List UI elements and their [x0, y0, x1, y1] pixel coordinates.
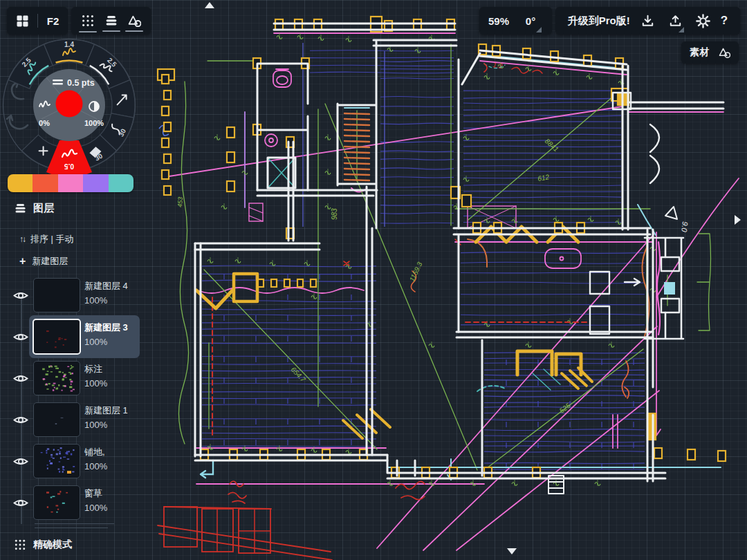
new-layer-label: 新建图层 [32, 255, 68, 268]
layer-name: 新建图层 1 [84, 404, 128, 417]
stroke-width-value[interactable]: 0.5 pts [67, 78, 95, 88]
active-color-swatch[interactable] [56, 91, 83, 118]
upgrade-pro-button[interactable]: 升级到Pro版! [568, 15, 630, 28]
color-palette-bar [8, 174, 133, 192]
panel-expand-arrow-icon[interactable] [735, 215, 741, 225]
materials-panel-button[interactable]: 素材 [681, 41, 739, 64]
zoom-level-button[interactable]: 59% [488, 15, 509, 27]
layer-row[interactable]: 铺地,100% [11, 444, 136, 478]
layer-opacity: 100% [84, 503, 107, 513]
shapes-library-button[interactable] [127, 15, 141, 27]
layer-name: 铺地, [84, 446, 105, 458]
layer-thumbnail[interactable] [33, 444, 80, 478]
layers-panel-title: 图层 [33, 202, 54, 215]
layer-name: 新建图层 3 [84, 321, 128, 334]
layer-thumbnail[interactable] [33, 278, 80, 312]
workspace-toolbar: F2 [7, 7, 68, 35]
layer-thumbnail[interactable] [33, 402, 80, 437]
color-swatch[interactable] [109, 174, 133, 192]
partial-layer-edge [35, 528, 108, 528]
import-button[interactable] [640, 13, 656, 29]
layer-row[interactable]: 窗草100% [11, 485, 136, 520]
layer-opacity: 100% [84, 420, 107, 430]
color-swatch[interactable] [8, 174, 33, 192]
rotation-button[interactable]: 0° [518, 8, 543, 34]
precise-mode-button[interactable]: 精确模式 [14, 537, 72, 552]
layers-panel-header: 图层 [14, 200, 54, 216]
shapes-icon [127, 15, 141, 27]
corner-handle-icon [679, 27, 684, 32]
view-status-toolbar: 59% 0° [479, 7, 552, 35]
layer-thumbnail[interactable] [33, 361, 80, 395]
layer-visibility-eye-icon[interactable] [12, 373, 29, 384]
rotation-value: 0° [526, 15, 535, 27]
layer-visibility-eye-icon[interactable] [12, 290, 29, 301]
layer-opacity: 100% [84, 337, 107, 347]
corner-handle-icon [536, 27, 542, 32]
canvas-annotation: 983 [331, 208, 338, 220]
wall-lines [195, 24, 723, 494]
main-tools-toolbar [71, 7, 151, 35]
precise-mode-label: 精确模式 [33, 539, 72, 551]
grid-2x2-icon [16, 15, 29, 28]
workspace-grid-button[interactable] [16, 15, 29, 28]
partial-layer-edge [35, 523, 114, 524]
layer-row[interactable]: 新建图层 3100% [11, 319, 136, 354]
file-tab[interactable]: F2 [47, 15, 59, 27]
canvas-annotation: 612 [537, 173, 550, 183]
materials-label: 素材 [690, 46, 709, 59]
settings-button[interactable] [695, 13, 711, 29]
canvas-annotation: 654.7 [290, 366, 308, 384]
layer-row[interactable]: 新建图层 4100% [11, 278, 136, 312]
layer-sort-button[interactable]: ↑↓ 排序 | 手动 [19, 233, 74, 245]
layer-visibility-eye-icon[interactable] [12, 497, 29, 509]
pressure-value[interactable]: 0% [39, 119, 50, 127]
layer-row[interactable]: 标注100% [11, 361, 136, 395]
toolbar-divider [37, 14, 38, 28]
layer-thumbnail[interactable] [33, 485, 80, 520]
canvas-annotation: 453 [176, 197, 184, 208]
plus-icon: + [19, 255, 26, 268]
layer-name: 新建图层 4 [84, 280, 128, 292]
settings-gear-icon [695, 13, 711, 29]
canvas-annotation: 1159.3 [408, 261, 424, 283]
layer-opacity: 100% [84, 461, 107, 472]
color-swatch[interactable] [58, 174, 83, 192]
color-swatch[interactable] [33, 174, 57, 192]
brush-tool-wheel[interactable]: 2.51.42.53030 0.5 0.5 pts 0% 100% [0, 38, 147, 185]
orange-elements [344, 113, 649, 398]
export-button[interactable] [665, 8, 685, 34]
layer-opacity: 100% [84, 378, 107, 389]
opacity-value[interactable]: 100% [84, 119, 104, 127]
app-window: { "toolbar_left": { "workspace_icon": "g… [0, 0, 747, 560]
layer-visibility-eye-icon[interactable] [12, 414, 29, 426]
import-icon [640, 13, 656, 29]
new-layer-button[interactable]: + 新建图层 [19, 255, 68, 268]
dots-grid-icon [14, 539, 26, 551]
color-swatch[interactable] [83, 174, 108, 192]
redo-icon[interactable] [7, 115, 28, 129]
layer-name: 窗草 [84, 487, 102, 500]
layer-visibility-eye-icon[interactable] [12, 456, 29, 467]
scroll-down-arrow-icon[interactable] [507, 548, 517, 554]
layer-opacity: 100% [84, 295, 107, 306]
layer-row[interactable]: 新建图层 1100% [11, 402, 136, 437]
shapes-icon [718, 47, 730, 58]
dots-grid-icon [81, 14, 95, 28]
blue-detail-lines [159, 43, 385, 227]
actions-toolbar: 升级到Pro版! ? [555, 7, 740, 35]
layers-stack-icon [14, 203, 27, 214]
precision-grid-button[interactable] [81, 14, 95, 28]
active-brush-size: 0.5 [64, 162, 74, 170]
layer-visibility-eye-icon[interactable] [12, 331, 29, 343]
layer-name: 标注 [84, 363, 102, 375]
help-button[interactable]: ? [721, 14, 728, 28]
canvas-annotation: 9.0 [680, 221, 690, 234]
canvas-annotation: 8841 [544, 137, 560, 153]
canvas-annotation: 1:2 [492, 61, 504, 70]
layer-thumbnail[interactable] [33, 319, 81, 355]
layers-button[interactable] [104, 15, 118, 27]
wheel-segment-size: 1.4 [64, 41, 74, 48]
scroll-up-arrow-icon[interactable] [205, 2, 214, 8]
layers-stack-icon [104, 15, 118, 27]
